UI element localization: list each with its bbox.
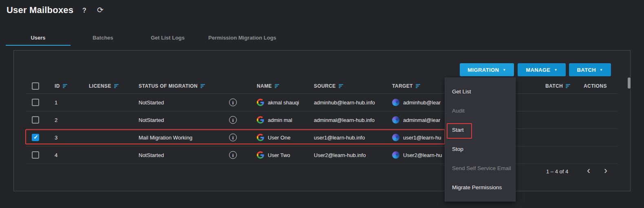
cell-status: NotStarted: [139, 146, 164, 164]
batch-button-label: BATCH: [577, 67, 596, 73]
name-text: User One: [268, 135, 291, 141]
microsoft-icon: [392, 151, 399, 159]
table-row[interactable]: 2NotStartediadmin maladminmal@learn-hub.…: [26, 111, 618, 129]
scrollbar-thumb[interactable]: [628, 77, 631, 89]
name-text: akmal shauqi: [268, 100, 299, 106]
target-text: User2@learn-hu: [403, 152, 442, 158]
chevron-down-icon: ▼: [600, 69, 603, 72]
column-header-label: ID: [55, 83, 60, 89]
google-icon: [257, 151, 264, 159]
migration-dropdown-menu: Get ListAuditStartStopSend Self Service …: [445, 77, 516, 201]
help-icon[interactable]: ?: [82, 7, 86, 14]
sort-filter-icon[interactable]: [114, 84, 119, 89]
cell-target: user1@learn-hu: [392, 129, 441, 146]
column-header-name[interactable]: NAME: [257, 78, 280, 93]
migration-button[interactable]: MIGRATION ▼: [460, 63, 514, 76]
cell-target: adminmal@lear: [392, 111, 440, 128]
table-row[interactable]: 3Mail Migration WorkingiUser Oneuser1@le…: [26, 129, 618, 146]
sort-filter-icon[interactable]: [566, 84, 571, 89]
sort-filter-icon[interactable]: [201, 84, 205, 89]
cell-source: User2@learn-hub.info: [314, 146, 366, 164]
name-text: User Two: [268, 152, 290, 158]
google-icon: [257, 116, 264, 124]
next-page-icon[interactable]: ›: [604, 165, 607, 176]
menu-item-send-self-service-email: Send Self Service Email: [445, 159, 515, 178]
cell-target: User2@learn-hu: [392, 146, 442, 164]
menu-item-audit: Audit: [445, 101, 515, 120]
cell-id: 1: [55, 94, 57, 111]
google-icon: [257, 134, 264, 141]
info-icon[interactable]: i: [229, 134, 237, 142]
google-icon: [257, 99, 264, 106]
sort-filter-icon[interactable]: [275, 84, 280, 89]
microsoft-icon: [392, 116, 399, 124]
column-header-label: NAME: [257, 83, 272, 89]
info-icon[interactable]: i: [229, 99, 237, 106]
cell-name: akmal shauqi: [257, 94, 299, 111]
page-title: User Mailboxes: [7, 5, 73, 15]
microsoft-icon: [392, 134, 399, 141]
migration-button-label: MIGRATION: [468, 67, 499, 73]
sort-filter-icon[interactable]: [63, 84, 68, 89]
column-header-status[interactable]: STATUS OF MIGRATION: [139, 78, 205, 93]
tab-users[interactable]: Users: [6, 31, 71, 46]
manage-button-label: MANAGE: [526, 67, 550, 73]
cell-name: User Two: [257, 146, 290, 164]
column-header-label: ACTIONS: [584, 83, 607, 89]
menu-item-start[interactable]: Start: [445, 120, 515, 139]
cell-name: User One: [257, 129, 291, 146]
cell-name: admin mal: [257, 111, 292, 128]
cell-status: NotStarted: [139, 111, 164, 128]
sort-filter-icon[interactable]: [339, 84, 344, 89]
menu-item-get-list[interactable]: Get List: [445, 82, 515, 101]
manage-button[interactable]: MANAGE ▼: [518, 63, 566, 76]
cell-status: NotStarted: [139, 94, 164, 111]
sort-filter-icon[interactable]: [416, 84, 421, 89]
tabs: UsersBatchesGet List LogsPermission Migr…: [6, 31, 285, 46]
column-header-batch[interactable]: BATCH: [545, 78, 571, 93]
column-header-license[interactable]: LICENSE: [89, 78, 119, 93]
refresh-icon[interactable]: ⟳: [97, 5, 104, 15]
tab-permission-migration-logs[interactable]: Permission Migration Logs: [200, 31, 285, 46]
column-header-id[interactable]: ID: [55, 78, 68, 93]
row-checkbox[interactable]: [32, 116, 39, 124]
target-text: adminmal@lear: [403, 117, 440, 123]
select-all-checkbox[interactable]: [32, 82, 39, 90]
prev-page-icon[interactable]: ‹: [587, 165, 590, 176]
tab-get-list-logs[interactable]: Get List Logs: [135, 31, 200, 46]
info-icon[interactable]: i: [229, 151, 237, 159]
pagination-label: 1 – 4 of 4: [546, 168, 568, 175]
cell-source: adminhub@learn-hub.info: [314, 94, 375, 111]
cell-id: 2: [55, 111, 57, 128]
microsoft-icon: [392, 99, 399, 106]
column-header-label: LICENSE: [89, 83, 111, 89]
menu-item-migrate-permissions[interactable]: Migrate Permissions: [445, 178, 515, 197]
info-icon[interactable]: i: [229, 116, 237, 124]
app-window: User Mailboxes ? ⟳ UsersBatchesGet List …: [0, 0, 644, 208]
name-text: admin mal: [268, 117, 292, 123]
table-header: IDLICENSESTATUS OF MIGRATIONNAMESOURCETA…: [26, 78, 618, 94]
tab-batches[interactable]: Batches: [71, 31, 135, 46]
cell-id: 3: [55, 129, 57, 146]
table-row[interactable]: 1NotStartediakmal shauqiadminhub@learn-h…: [26, 94, 618, 111]
table-row[interactable]: 4NotStartediUser TwoUser2@learn-hub.info…: [26, 146, 618, 164]
target-text: adminhub@lear: [403, 100, 441, 106]
chevron-down-icon: ▼: [554, 69, 557, 72]
cell-source: adminmal@learn-hub.info: [314, 111, 375, 128]
cell-source: user1@learn-hub.info: [314, 129, 365, 146]
column-header-label: STATUS OF MIGRATION: [139, 83, 198, 89]
chevron-down-icon: ▼: [503, 69, 506, 72]
row-checkbox[interactable]: [32, 99, 39, 106]
row-checkbox[interactable]: [32, 151, 39, 159]
column-header-label: BATCH: [545, 83, 563, 89]
target-text: user1@learn-hu: [403, 135, 441, 141]
menu-item-stop[interactable]: Stop: [445, 139, 515, 159]
column-header-target[interactable]: TARGET: [392, 78, 421, 93]
column-header-source[interactable]: SOURCE: [314, 78, 344, 93]
row-checkbox[interactable]: [32, 134, 39, 141]
column-header-label: SOURCE: [314, 83, 336, 89]
batch-button[interactable]: BATCH ▼: [569, 63, 611, 76]
cell-status: Mail Migration Working: [139, 129, 192, 146]
cell-target: adminhub@lear: [392, 94, 441, 111]
cell-id: 4: [55, 146, 57, 164]
